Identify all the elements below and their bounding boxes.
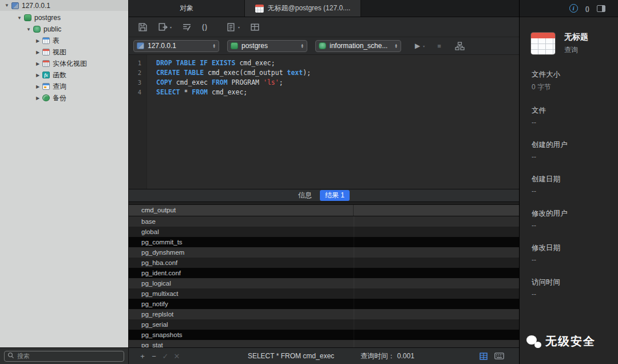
result-table-header: cmd_output — [129, 205, 519, 216]
sidebar-item-views[interactable]: ▶视图 — [0, 46, 128, 58]
app-window: ▼ 127.0.0.1 ▼postgres▼public▶表▶视图▶实体化视图▶… — [0, 0, 618, 364]
info-field: 修改的用户-- — [532, 209, 618, 230]
table-row[interactable]: pg_logical — [129, 278, 519, 288]
sql-token: FROM — [192, 88, 208, 96]
tab-query-untitled[interactable]: 无标题@postgres (127.0.... — [245, 0, 361, 17]
table-row[interactable]: pg_dynshmem — [129, 247, 519, 258]
add-row-button[interactable]: + — [137, 352, 148, 361]
explain-button[interactable] — [455, 42, 465, 50]
code-line[interactable]: SELECT * FROM cmd_exec; — [156, 88, 519, 97]
table-row[interactable]: pg_multixact — [129, 288, 519, 299]
disclosure-triangle-icon[interactable]: ▶ — [34, 38, 41, 43]
tab-result-1[interactable]: 结果 1 — [320, 190, 350, 201]
object-type: 查询 — [564, 45, 588, 55]
save-icon — [138, 22, 148, 32]
text-view-button[interactable]: ▾ — [226, 22, 240, 32]
table-row[interactable]: pg_notify — [129, 299, 519, 309]
stop-button[interactable]: ■ — [437, 42, 441, 49]
connection-selector-value: 127.0.0.1 — [148, 42, 209, 50]
table-row[interactable]: pg_serial — [129, 319, 519, 330]
code-line[interactable]: DROP TABLE IF EXISTS cmd_exec; — [156, 58, 519, 68]
apply-changes-button[interactable]: ✓ — [160, 352, 171, 361]
disclosure-triangle-icon[interactable]: ▶ — [34, 73, 41, 78]
database-icon — [231, 42, 238, 49]
save-button[interactable] — [138, 22, 148, 32]
grid-view-icon[interactable] — [480, 353, 488, 360]
code-snippet-button[interactable]: () — [202, 23, 208, 31]
tab-objects[interactable]: 对象 — [129, 0, 245, 17]
info-field: 访问时间-- — [532, 278, 618, 298]
export-result-button[interactable]: ▾ — [158, 22, 172, 32]
sql-token: ; — [279, 78, 283, 86]
sidebar-item-queries[interactable]: ▶查询 — [0, 81, 128, 92]
delete-row-button[interactable]: − — [148, 352, 160, 361]
sql-token: cmd_exec(cmd_output — [204, 69, 287, 77]
editor-code[interactable]: DROP TABLE IF EXISTS cmd_exec;CREATE TAB… — [147, 55, 519, 189]
table-row[interactable]: pg_ident.conf — [129, 268, 519, 278]
sql-editor[interactable]: 1234 DROP TABLE IF EXISTS cmd_exec;CREAT… — [129, 55, 519, 189]
line-number: 4 — [129, 88, 146, 97]
info-field-value: -- — [532, 256, 618, 264]
tab-info[interactable]: 信息 — [298, 191, 312, 200]
search-input[interactable] — [4, 351, 124, 362]
sidebar-item-tables[interactable]: ▶表 — [0, 35, 128, 46]
grid-view-button[interactable] — [250, 22, 260, 32]
beautify-sql-button[interactable] — [182, 22, 192, 32]
line-number: 1 — [129, 58, 146, 68]
sidebar-search-bar — [0, 347, 128, 364]
table-row[interactable]: pg_hba.conf — [129, 258, 519, 268]
run-button[interactable]: ▶ ▾ — [415, 42, 425, 50]
editor-gutter: 1234 — [129, 55, 147, 189]
code-line[interactable]: COPY cmd_exec FROM PROGRAM 'ls'; — [156, 78, 519, 88]
snippets-icon[interactable]: () — [585, 5, 589, 12]
disclosure-triangle-icon[interactable]: ▶ — [34, 61, 41, 66]
disclosure-triangle-icon[interactable]: ▼ — [16, 15, 23, 21]
document-icon — [226, 22, 236, 32]
discard-changes-button[interactable]: ✕ — [171, 352, 183, 361]
info-field-value: -- — [532, 290, 618, 298]
sql-token: cmd_exec — [172, 78, 212, 86]
info-field-label: 访问时间 — [532, 278, 618, 287]
disclosure-triangle-icon[interactable]: ▼ — [25, 27, 32, 32]
disclosure-triangle-icon[interactable]: ▶ — [34, 96, 41, 101]
connection-selector[interactable]: 127.0.0.1 ▲▼ — [133, 40, 219, 52]
sidebar-item-matviews[interactable]: ▶实体化视图 — [0, 58, 128, 69]
editor-toolbar: ▾ () ▾ — [129, 17, 519, 37]
table-row[interactable]: pg_commit_ts — [129, 237, 519, 247]
status-bar: + − ✓ ✕ SELECT * FROM cmd_exec 查询时间：0.00… — [129, 347, 519, 364]
database-selector[interactable]: postgres ▲▼ — [227, 40, 307, 52]
cell-cmd-output: pg_dynshmem — [129, 247, 519, 258]
sidebar-item-label: 表 — [53, 36, 60, 46]
cell-cmd-output: pg_multixact — [129, 288, 519, 299]
toggle-right-panel-icon[interactable] — [597, 5, 605, 12]
code-line[interactable]: CREATE TABLE cmd_exec(cmd_output text); — [156, 68, 519, 78]
parentheses-icon: () — [202, 23, 208, 31]
context-selectors: 127.0.0.1 ▲▼ postgres ▲▼ information_sch… — [129, 37, 519, 55]
sidebar-item-backups[interactable]: ▶备份 — [0, 92, 128, 104]
sql-token: CREATE TABLE — [156, 69, 204, 77]
schema-selector[interactable]: information_sche... ▲▼ — [315, 40, 401, 52]
cell-cmd-output: global — [129, 227, 519, 237]
table-row[interactable]: pg_snapshots — [129, 330, 519, 340]
sidebar-item-postgres[interactable]: ▼postgres — [0, 12, 128, 23]
connection-root-item[interactable]: ▼ 127.0.0.1 — [0, 0, 128, 11]
column-header-cmd-output[interactable]: cmd_output — [129, 205, 354, 216]
cell-cmd-output: pg_stat — [129, 340, 519, 347]
info-field-label: 修改日期 — [532, 243, 618, 253]
query-time: 查询时间：0.001 — [360, 351, 414, 361]
sidebar-item-label: 备份 — [53, 93, 66, 103]
disclosure-triangle-icon[interactable]: ▶ — [34, 84, 41, 89]
cell-cmd-output: pg_commit_ts — [129, 237, 519, 247]
disclosure-triangle-icon[interactable]: ▶ — [34, 50, 41, 55]
query-icon — [42, 83, 50, 90]
table-row[interactable]: pg_stat — [129, 340, 519, 347]
disclosure-triangle-icon[interactable]: ▼ — [3, 3, 10, 8]
run-icon: ▶ — [415, 42, 420, 50]
sidebar-item-public[interactable]: ▼public — [0, 23, 128, 35]
table-row[interactable]: base — [129, 216, 519, 227]
table-row[interactable]: pg_replslot — [129, 309, 519, 319]
info-icon[interactable]: i — [569, 4, 578, 13]
table-row[interactable]: global — [129, 227, 519, 237]
sidebar-item-functions[interactable]: ▶函数 — [0, 69, 128, 81]
keyboard-icon[interactable] — [494, 353, 504, 359]
